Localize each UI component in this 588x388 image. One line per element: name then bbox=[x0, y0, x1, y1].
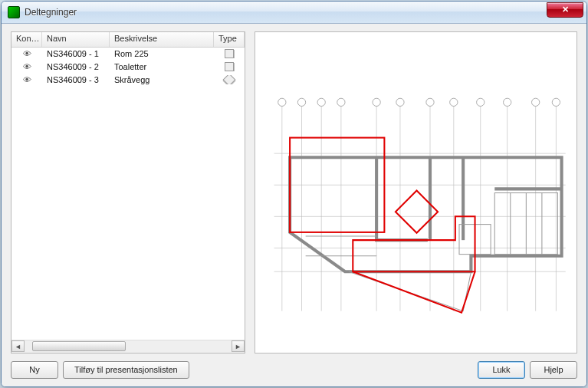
svg-point-26 bbox=[504, 98, 511, 106]
svg-point-17 bbox=[278, 98, 286, 106]
close-icon: ✕ bbox=[562, 5, 569, 15]
window-title: Deltegninger bbox=[25, 7, 547, 18]
eye-icon: 👁 bbox=[23, 75, 31, 84]
floor-plan-preview bbox=[258, 35, 573, 353]
lukk-button[interactable]: Lukk bbox=[478, 361, 525, 379]
col-beskrivelse[interactable]: Beskrivelse bbox=[110, 32, 214, 47]
eye-icon: 👁 bbox=[23, 62, 31, 71]
horizontal-scrollbar[interactable]: ◄ ► bbox=[11, 340, 245, 353]
drawings-table: Kon… Navn Beskrivelse Type 👁 NS346009 - … bbox=[11, 32, 245, 340]
ny-button[interactable]: Ny bbox=[11, 361, 58, 379]
cell-besk: Rom 225 bbox=[110, 49, 214, 58]
svg-point-24 bbox=[450, 98, 458, 106]
app-icon bbox=[8, 6, 20, 18]
tilfoy-button[interactable]: Tilføy til presentasjonslisten bbox=[63, 361, 189, 379]
eye-icon: 👁 bbox=[23, 49, 31, 58]
svg-point-21 bbox=[373, 98, 380, 106]
close-button[interactable]: ✕ bbox=[547, 2, 583, 18]
diamond-icon bbox=[223, 75, 236, 84]
content-area: Kon… Navn Beskrivelse Type 👁 NS346009 - … bbox=[2, 24, 586, 360]
cell-navn: NS346009 - 2 bbox=[42, 62, 110, 71]
cell-besk: Skråvegg bbox=[110, 75, 214, 84]
svg-point-23 bbox=[426, 98, 434, 106]
table-row[interactable]: 👁 NS346009 - 2 Toaletter bbox=[11, 61, 245, 74]
cell-navn: NS346009 - 3 bbox=[42, 75, 110, 84]
cell-besk: Toaletter bbox=[110, 62, 214, 71]
titlebar[interactable]: Deltegninger ✕ bbox=[2, 2, 586, 24]
scroll-thumb[interactable] bbox=[32, 341, 126, 351]
dialog-window: Deltegninger ✕ Kon… Navn Beskrivelse Typ… bbox=[1, 1, 587, 387]
scroll-right-icon[interactable]: ► bbox=[232, 340, 245, 352]
svg-point-22 bbox=[396, 98, 404, 106]
svg-point-27 bbox=[532, 98, 540, 106]
rect-icon bbox=[225, 62, 234, 71]
rect-icon bbox=[225, 49, 234, 58]
svg-point-20 bbox=[337, 98, 345, 106]
table-row[interactable]: 👁 NS346009 - 3 Skråvegg bbox=[11, 74, 245, 87]
button-bar: Ny Tilføy til presentasjonslisten Lukk H… bbox=[2, 360, 586, 386]
col-navn[interactable]: Navn bbox=[42, 32, 110, 47]
table-body: 👁 NS346009 - 1 Rom 225 👁 NS346009 - 2 To… bbox=[11, 48, 245, 87]
scroll-track[interactable] bbox=[25, 340, 232, 352]
svg-point-19 bbox=[317, 98, 325, 106]
table-row[interactable]: 👁 NS346009 - 1 Rom 225 bbox=[11, 48, 245, 61]
svg-point-18 bbox=[297, 98, 305, 106]
hjelp-button[interactable]: Hjelp bbox=[530, 361, 577, 379]
cell-navn: NS346009 - 1 bbox=[42, 49, 110, 58]
col-type[interactable]: Type bbox=[214, 32, 245, 47]
list-panel: Kon… Navn Beskrivelse Type 👁 NS346009 - … bbox=[11, 31, 245, 353]
col-kontroll[interactable]: Kon… bbox=[11, 32, 42, 47]
scroll-left-icon[interactable]: ◄ bbox=[11, 340, 25, 352]
preview-panel bbox=[255, 31, 577, 353]
table-header: Kon… Navn Beskrivelse Type bbox=[11, 32, 245, 48]
svg-point-25 bbox=[477, 98, 485, 106]
svg-point-28 bbox=[552, 98, 560, 106]
